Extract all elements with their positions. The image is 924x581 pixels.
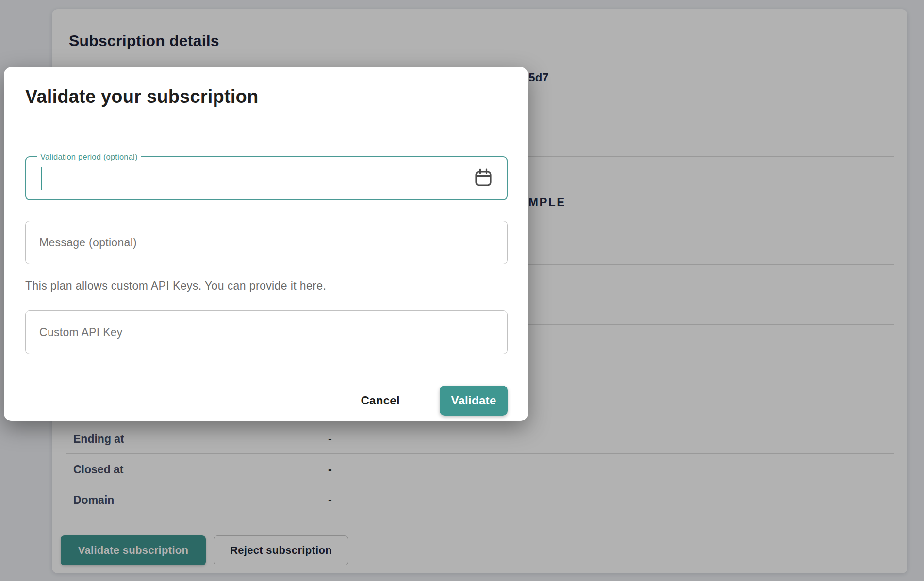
custom-api-key-input[interactable] — [39, 311, 494, 354]
validate-button[interactable]: Validate — [440, 386, 508, 416]
dialog-actions: Cancel Validate — [4, 386, 528, 416]
calendar-icon — [473, 167, 494, 188]
custom-api-key-field[interactable] — [25, 310, 508, 354]
api-key-helper-text: This plan allows custom API Keys. You ca… — [25, 279, 326, 292]
cancel-button[interactable]: Cancel — [352, 386, 409, 416]
validation-period-input[interactable] — [40, 157, 463, 199]
message-input[interactable] — [39, 221, 494, 264]
message-field[interactable] — [25, 221, 508, 264]
calendar-button[interactable] — [471, 166, 496, 191]
page: Subscription details c5d7 MPLE Ending at… — [0, 0, 924, 581]
validation-period-field[interactable]: Validation period (optional) — [25, 156, 508, 200]
validate-subscription-dialog: Validate your subscription Validation pe… — [4, 67, 528, 421]
dialog-title: Validate your subscription — [25, 86, 258, 107]
